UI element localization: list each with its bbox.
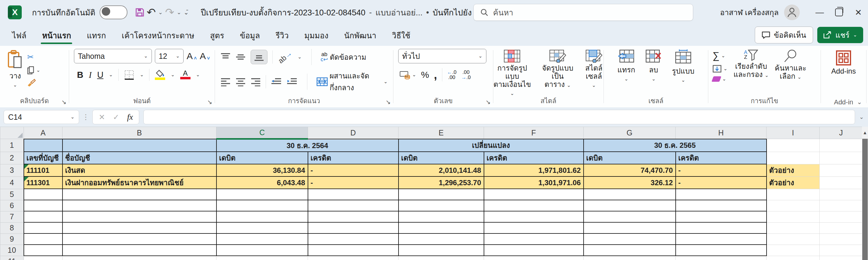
row-header-10[interactable]: 10 <box>0 245 24 256</box>
cell-A6[interactable] <box>24 200 62 211</box>
cell-D8[interactable] <box>308 222 399 233</box>
cell-I7[interactable] <box>767 211 820 222</box>
tab-review[interactable]: รีวิว <box>268 25 297 45</box>
cell-F7[interactable] <box>484 211 584 222</box>
merge-center-button[interactable]: ผสานและจัดกึ่งกลาง ⌄ <box>316 70 388 94</box>
copy-button[interactable]: ⌄ <box>27 66 40 74</box>
column-header-D[interactable]: D <box>308 127 399 139</box>
tab-help[interactable]: วิธีใช้ <box>384 25 418 45</box>
column-header-I[interactable]: I <box>767 127 820 139</box>
cell-B3[interactable]: เงินสด <box>62 164 216 176</box>
search-input[interactable]: ค้นหา <box>473 4 693 21</box>
user-name[interactable]: อาสาฬ เครื่องสกุล <box>720 6 779 19</box>
cell-B11[interactable] <box>62 256 216 260</box>
fill-button[interactable]: ⌄ <box>713 65 727 73</box>
increase-decimal-icon[interactable]: .00→.0 <box>461 70 471 80</box>
percent-icon[interactable]: % <box>421 70 429 80</box>
cell-F3[interactable]: 1,971,801.62 <box>484 164 584 176</box>
cell-C6[interactable] <box>216 200 308 211</box>
cell-J6[interactable] <box>820 200 863 211</box>
cell-J8[interactable] <box>820 222 863 233</box>
row-header-4[interactable]: 4 <box>0 176 24 189</box>
conditional-formatting-button[interactable]: การจัดรูปแบบตามเงื่อนไข ⌄ <box>493 50 531 97</box>
cell-E6[interactable] <box>399 200 484 211</box>
accounting-format-icon[interactable]: ⌄ <box>399 70 416 79</box>
cell-A3[interactable]: 111101 <box>24 164 62 176</box>
cell-B7[interactable] <box>62 211 216 222</box>
tab-file[interactable]: ไฟล์ <box>4 25 34 45</box>
cell-I8[interactable] <box>767 222 820 233</box>
select-all-corner[interactable] <box>0 127 24 139</box>
font-size-combo[interactable]: 12⌄ <box>155 49 184 63</box>
row-header-3[interactable]: 3 <box>0 164 24 176</box>
align-left-icon[interactable] <box>220 77 231 86</box>
cell-B2[interactable]: ชื่อบัญชี <box>62 152 216 164</box>
cell-G1-merged[interactable]: 30 ธ.ค. 2565 <box>584 139 767 152</box>
cell-H9[interactable] <box>676 233 767 245</box>
cell-E8[interactable] <box>399 222 484 233</box>
fill-color-icon[interactable] <box>155 70 165 80</box>
cell-C5[interactable] <box>216 189 308 200</box>
clear-button[interactable]: ⌄ <box>713 76 727 82</box>
cell-G8[interactable] <box>584 222 676 233</box>
bold-icon[interactable]: B <box>77 70 83 80</box>
cell-D11[interactable] <box>308 256 399 260</box>
row-header-2[interactable]: 2 <box>0 152 24 164</box>
insert-cells-button[interactable]: แทรก⌄ <box>617 50 635 97</box>
column-header-C[interactable]: C <box>216 127 308 139</box>
cell-D5[interactable] <box>308 189 399 200</box>
cell-F6[interactable] <box>484 200 584 211</box>
cell-H3[interactable]: - <box>676 164 767 176</box>
undo-icon[interactable]: ↶ <box>147 6 156 19</box>
font-name-combo[interactable]: Tahoma⌄ <box>74 49 152 63</box>
insert-function-icon[interactable]: fx <box>127 112 133 122</box>
cell-I5[interactable] <box>767 189 820 200</box>
row-header-9[interactable]: 9 <box>0 233 24 245</box>
cell-E9[interactable] <box>399 233 484 245</box>
cell-E5[interactable] <box>399 189 484 200</box>
cell-E3[interactable]: 2,010,141.48 <box>399 164 484 176</box>
wrap-text-button[interactable]: abc↩ ตัดข้อความ <box>321 51 366 63</box>
cell-D6[interactable] <box>308 200 399 211</box>
cell-G5[interactable] <box>584 189 676 200</box>
autosum-button[interactable]: ∑⌄ <box>713 50 727 61</box>
cell-J3[interactable] <box>820 164 863 176</box>
format-as-table-button[interactable]: จัดรูปแบบเป็นตาราง ⌄ <box>539 50 576 97</box>
cell-A2[interactable]: เลขที่บัญชี <box>24 152 62 164</box>
cell-H8[interactable] <box>676 222 767 233</box>
cell-C7[interactable] <box>216 211 308 222</box>
cell-J9[interactable] <box>820 233 863 245</box>
cell-B6[interactable] <box>62 200 216 211</box>
row-header-1[interactable]: 1 <box>0 139 24 152</box>
tab-view[interactable]: มุมมอง <box>297 25 336 45</box>
align-top-icon[interactable] <box>220 53 231 62</box>
formula-input[interactable] <box>144 110 855 124</box>
cell-G4[interactable]: 326.12 <box>584 176 676 189</box>
cell-H5[interactable] <box>676 189 767 200</box>
column-header-H[interactable]: H <box>676 127 767 139</box>
cell-A7[interactable] <box>24 211 62 222</box>
cell-J4[interactable] <box>820 176 863 189</box>
cell-I11[interactable] <box>767 256 820 260</box>
cell-H10[interactable] <box>676 245 767 256</box>
cell-G6[interactable] <box>584 200 676 211</box>
paste-button[interactable]: วาง ⌄ <box>7 50 23 87</box>
restore-button[interactable] <box>829 0 849 25</box>
undo-chevron-icon[interactable]: ⌄ <box>158 10 163 14</box>
alignment-dialog-launcher-icon[interactable]: ↘ <box>385 98 391 105</box>
align-middle-icon[interactable] <box>236 53 246 62</box>
format-painter-icon[interactable] <box>27 79 40 87</box>
cell-I3[interactable]: ตัวอย่าง <box>767 164 820 176</box>
row-header-11[interactable]: 11 <box>0 256 24 260</box>
cell-B10[interactable] <box>62 245 216 256</box>
share-button[interactable]: แชร์ ⌄ <box>817 27 863 43</box>
tab-home[interactable]: หน้าแรก <box>34 25 79 45</box>
cell-D7[interactable] <box>308 211 399 222</box>
cell-J2[interactable] <box>820 152 863 164</box>
column-header-E[interactable]: E <box>399 127 484 139</box>
cell-F4[interactable]: 1,301,971.06 <box>484 176 584 189</box>
scrollbar-thumb[interactable] <box>862 139 868 260</box>
cell-I9[interactable] <box>767 233 820 245</box>
cell-G7[interactable] <box>584 211 676 222</box>
underline-icon[interactable]: U <box>97 70 103 80</box>
